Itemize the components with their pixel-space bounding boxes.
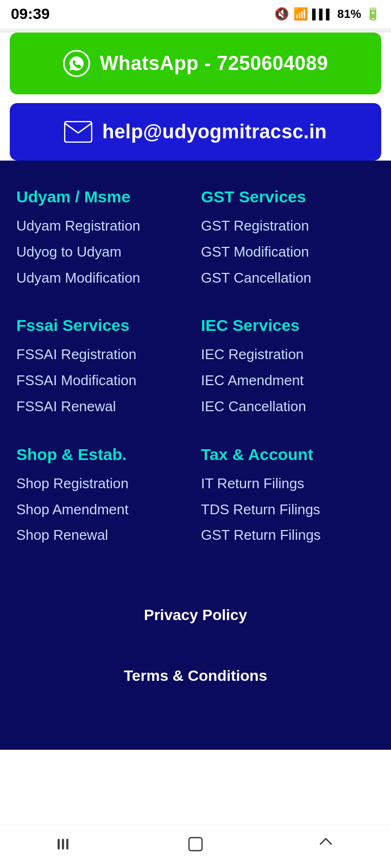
section-tax-account: Tax & Account IT Return Filings TDS Retu… [201, 445, 375, 552]
services-grid: Udyam / Msme Udyam Registration Udyog to… [16, 188, 375, 574]
link-shop-renewal[interactable]: Shop Renewal [16, 526, 190, 545]
section-udyam-msme: Udyam / Msme Udyam Registration Udyog to… [16, 188, 190, 295]
recents-button[interactable] [316, 834, 336, 859]
whatsapp-icon [63, 50, 90, 77]
section-iec-services: IEC Services IEC Registration IEC Amendm… [201, 316, 375, 423]
scroll-top-border [0, 28, 391, 33]
mute-icon: 🔇 [274, 7, 289, 21]
link-gst-cancellation[interactable]: GST Cancellation [201, 269, 375, 288]
terms-conditions-link[interactable]: Terms & Conditions [16, 667, 375, 685]
svg-rect-4 [189, 838, 202, 851]
svg-rect-1 [58, 839, 60, 850]
link-gst-return[interactable]: GST Return Filings [201, 526, 375, 545]
bottom-nav [0, 825, 391, 868]
link-fssai-modification[interactable]: FSSAI Modification [16, 372, 190, 390]
whatsapp-label: WhatsApp - 7250604089 [100, 52, 329, 75]
section-fssai-services: Fssai Services FSSAI Registration FSSAI … [16, 316, 190, 423]
link-iec-registration[interactable]: IEC Registration [201, 346, 375, 364]
svg-rect-2 [62, 839, 64, 850]
section-gst-services: GST Services GST Registration GST Modifi… [201, 188, 375, 295]
section-heading-tax: Tax & Account [201, 445, 375, 464]
link-it-return[interactable]: IT Return Filings [201, 475, 375, 493]
link-shop-registration[interactable]: Shop Registration [16, 475, 190, 493]
email-button[interactable]: help@udyogmitracsc.in [10, 103, 381, 161]
battery-icon: 🔋 [365, 7, 380, 21]
footer-links: Privacy Policy Terms & Conditions [16, 574, 375, 685]
section-heading-shop: Shop & Estab. [16, 445, 190, 464]
section-heading-fssai: Fssai Services [16, 316, 190, 335]
link-udyam-modification[interactable]: Udyam Modification [16, 269, 190, 288]
section-heading-iec: IEC Services [201, 316, 375, 335]
status-time: 09:39 [11, 5, 50, 23]
whatsapp-button[interactable]: WhatsApp - 7250604089 [10, 33, 381, 94]
section-heading-udyam: Udyam / Msme [16, 188, 190, 206]
link-tds-return[interactable]: TDS Return Filings [201, 501, 375, 519]
link-shop-amendment[interactable]: Shop Amendment [16, 501, 190, 519]
footer-section: Udyam / Msme Udyam Registration Udyog to… [0, 161, 391, 750]
status-bar: 09:39 🔇 📶 ▌▌▌ 81% 🔋 [0, 0, 391, 28]
svg-rect-3 [66, 839, 68, 850]
status-icons: 🔇 📶 ▌▌▌ 81% 🔋 [274, 7, 380, 21]
email-label: help@udyogmitracsc.in [102, 120, 326, 143]
section-shop-estab: Shop & Estab. Shop Registration Shop Ame… [16, 445, 190, 552]
back-button[interactable] [55, 834, 75, 859]
signal-icon: ▌▌▌ [312, 9, 333, 20]
email-icon [64, 121, 92, 143]
link-udyam-registration[interactable]: Udyam Registration [16, 217, 190, 235]
link-iec-amendment[interactable]: IEC Amendment [201, 372, 375, 390]
link-gst-modification[interactable]: GST Modification [201, 243, 375, 261]
svg-rect-0 [65, 122, 92, 142]
home-button[interactable] [186, 834, 205, 859]
link-fssai-registration[interactable]: FSSAI Registration [16, 346, 190, 364]
battery-label: 81% [337, 7, 361, 21]
section-heading-gst: GST Services [201, 188, 375, 206]
link-udyog-to-udyam[interactable]: Udyog to Udyam [16, 243, 190, 261]
wifi-icon: 📶 [293, 7, 308, 21]
link-gst-registration[interactable]: GST Registration [201, 217, 375, 235]
link-fssai-renewal[interactable]: FSSAI Renewal [16, 398, 190, 416]
privacy-policy-link[interactable]: Privacy Policy [16, 607, 375, 624]
link-iec-cancellation[interactable]: IEC Cancellation [201, 398, 375, 416]
